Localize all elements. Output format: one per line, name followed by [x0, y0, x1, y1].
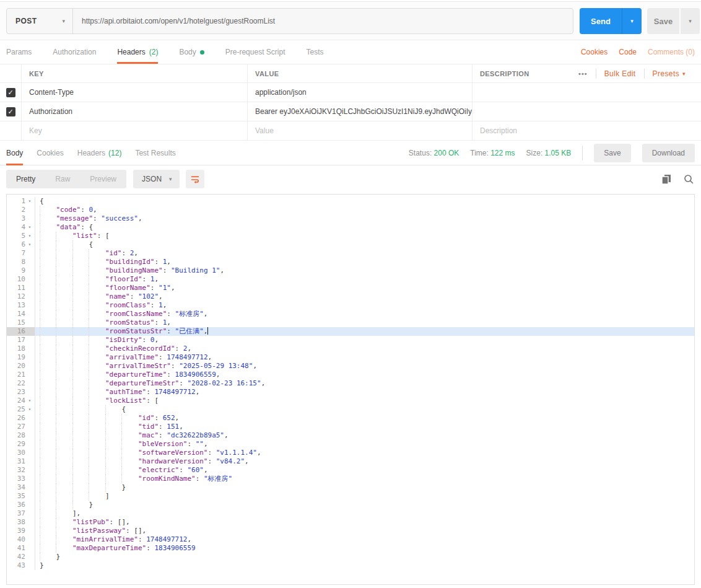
comments-link[interactable]: Comments (0) — [648, 48, 695, 56]
code-content[interactable]: "arrivalTimeStr": "2025-05-29 13:48", — [35, 362, 694, 371]
code-content[interactable]: "roomStatus": 1, — [35, 318, 694, 327]
code-line[interactable]: 27"tid": 151, — [7, 423, 694, 431]
code-line[interactable]: 23"authTime": 1748497712, — [7, 388, 694, 397]
code-content[interactable]: } — [35, 561, 694, 570]
header-key-field[interactable]: Authorization — [22, 102, 248, 121]
code-content[interactable]: "name": "102", — [35, 292, 694, 301]
code-line[interactable]: 22"departureTimeStr": "2028-02-23 16:15"… — [7, 379, 694, 388]
code-content[interactable]: "roomClass": 1, — [35, 301, 694, 310]
code-line[interactable]: 3"message": "success", — [7, 214, 694, 223]
code-content[interactable]: "roomKindName": "标准房" — [35, 475, 694, 483]
code-content[interactable]: "id": 652, — [35, 414, 694, 423]
response-tab-headers[interactable]: Headers (12) — [77, 141, 122, 165]
tab-pre-request-script[interactable]: Pre-request Script — [225, 40, 285, 64]
method-select[interactable]: POST ▾ — [7, 9, 73, 33]
code-link[interactable]: Code — [619, 48, 637, 56]
presets-dropdown[interactable]: Presets ▾ — [644, 69, 694, 79]
response-tab-test-results[interactable]: Test Results — [135, 141, 175, 165]
code-line[interactable]: 37], — [7, 509, 694, 518]
tab-headers[interactable]: Headers (2) — [117, 40, 158, 64]
code-content[interactable]: } — [35, 483, 694, 492]
code-line[interactable]: 5▾"list": [ — [7, 232, 694, 240]
code-line[interactable]: 34} — [7, 483, 694, 492]
code-line[interactable]: 16"roomStatusStr": "已住满", — [7, 327, 694, 336]
code-content[interactable]: "lockList": [ — [35, 397, 694, 405]
header-key-field[interactable]: Content-Type — [22, 83, 248, 102]
row-checkbox[interactable]: ✓ — [6, 88, 15, 97]
code-content[interactable]: "tid": 151, — [35, 423, 694, 431]
code-content[interactable]: "message": "success", — [35, 214, 694, 223]
save-button[interactable]: Save — [647, 8, 679, 34]
view-pretty[interactable]: Pretty — [6, 175, 45, 183]
more-options-icon[interactable]: ••• — [570, 69, 596, 79]
url-input[interactable]: https://api.orbitaiot.com/open/v1/hotelg… — [73, 9, 573, 33]
format-dropdown[interactable]: JSON ▾ — [133, 170, 180, 188]
fold-arrow-icon[interactable]: ▾ — [25, 397, 34, 405]
copy-button[interactable] — [660, 173, 673, 185]
code-content[interactable]: "checkinRecordId": 2, — [35, 344, 694, 353]
code-line[interactable]: 10"floorId": 1, — [7, 275, 694, 284]
code-line[interactable]: 28"mac": "dc32622b89a5", — [7, 431, 694, 440]
code-content[interactable]: "roomClassName": "标准房", — [35, 310, 694, 318]
code-content[interactable]: "floorName": "1", — [35, 284, 694, 292]
code-line[interactable]: 35] — [7, 492, 694, 501]
code-content[interactable]: "buildingName": "Building 1", — [35, 266, 694, 275]
code-content[interactable]: { — [35, 240, 694, 249]
code-content[interactable]: "departureTimeStr": "2028-02-23 16:15", — [35, 379, 694, 388]
code-content[interactable]: "arrivalTime": 1748497712, — [35, 353, 694, 362]
code-line[interactable]: 31"hardwareVersion": "v84.2", — [7, 457, 694, 466]
header-description-field[interactable] — [472, 102, 701, 121]
code-line[interactable]: 6▾{ — [7, 240, 694, 249]
code-line[interactable]: 29"bleVersion": "", — [7, 440, 694, 449]
code-content[interactable]: ] — [35, 492, 694, 501]
code-content[interactable]: "floorId": 1, — [35, 275, 694, 284]
code-line[interactable]: 13"roomClass": 1, — [7, 301, 694, 310]
code-content[interactable]: "listPassway": [], — [35, 527, 694, 535]
code-content[interactable]: ], — [35, 509, 694, 518]
code-line[interactable]: 15"roomStatus": 1, — [7, 318, 694, 327]
code-content[interactable]: "isDirty": 0, — [35, 336, 694, 344]
code-content[interactable]: "softwareVersion": "v1.1.1.4", — [35, 449, 694, 457]
code-content[interactable]: "maxDepartureTime": 1834906559 — [35, 544, 694, 553]
tab-body[interactable]: Body — [179, 40, 204, 64]
new-key-input[interactable]: Key — [22, 121, 248, 140]
code-content[interactable]: { — [35, 405, 694, 414]
send-options-caret[interactable]: ▾ — [622, 8, 642, 34]
code-line[interactable]: 11"floorName": "1", — [7, 284, 694, 292]
code-content[interactable]: "authTime": 1748497712, — [35, 388, 694, 397]
code-content[interactable]: } — [35, 501, 694, 509]
code-line[interactable]: 2"code": 0, — [7, 206, 694, 214]
wrap-text-button[interactable] — [186, 170, 204, 188]
code-content[interactable]: { — [35, 197, 694, 206]
response-body-viewer[interactable]: 1▾{2"code": 0,3"message": "success",4▾"d… — [6, 194, 695, 585]
save-response-button[interactable]: Save — [594, 144, 630, 162]
code-line[interactable]: 40"minArrivalTime": 1748497712, — [7, 535, 694, 544]
code-line[interactable]: 8"buildingId": 1, — [7, 258, 694, 266]
send-button[interactable]: Send — [580, 8, 622, 34]
code-line[interactable]: 21"departureTime": 1834906559, — [7, 371, 694, 379]
code-content[interactable]: "buildingId": 1, — [35, 258, 694, 266]
code-line[interactable]: 4▾"data": { — [7, 223, 694, 232]
save-options-caret[interactable]: ▾ — [681, 8, 700, 34]
code-content[interactable]: "code": 0, — [35, 206, 694, 214]
view-preview[interactable]: Preview — [80, 175, 126, 183]
code-content[interactable]: "id": 2, — [35, 249, 694, 258]
code-content[interactable]: "listPub": [], — [35, 518, 694, 527]
fold-arrow-icon[interactable]: ▾ — [25, 405, 34, 414]
code-line[interactable]: 17"isDirty": 0, — [7, 336, 694, 344]
header-value-field[interactable]: Bearer eyJ0eXAiOiJKV1QiLCJhbGciOiJSUzI1N… — [248, 102, 472, 121]
tab-params[interactable]: Params — [6, 40, 32, 64]
search-button[interactable] — [682, 173, 695, 185]
download-response-button[interactable]: Download — [642, 144, 695, 162]
code-line[interactable]: 26"id": 652, — [7, 414, 694, 423]
code-line[interactable]: 32"electric": "60", — [7, 466, 694, 475]
code-line[interactable]: 36} — [7, 501, 694, 509]
code-line[interactable]: 1▾{ — [7, 197, 694, 206]
view-raw[interactable]: Raw — [45, 175, 80, 183]
row-checkbox[interactable]: ✓ — [6, 107, 15, 116]
header-description-field[interactable] — [472, 83, 701, 102]
code-content[interactable]: } — [35, 553, 694, 561]
code-content[interactable]: "data": { — [35, 223, 694, 232]
cookies-link[interactable]: Cookies — [581, 48, 607, 56]
code-line[interactable]: 42} — [7, 553, 694, 561]
